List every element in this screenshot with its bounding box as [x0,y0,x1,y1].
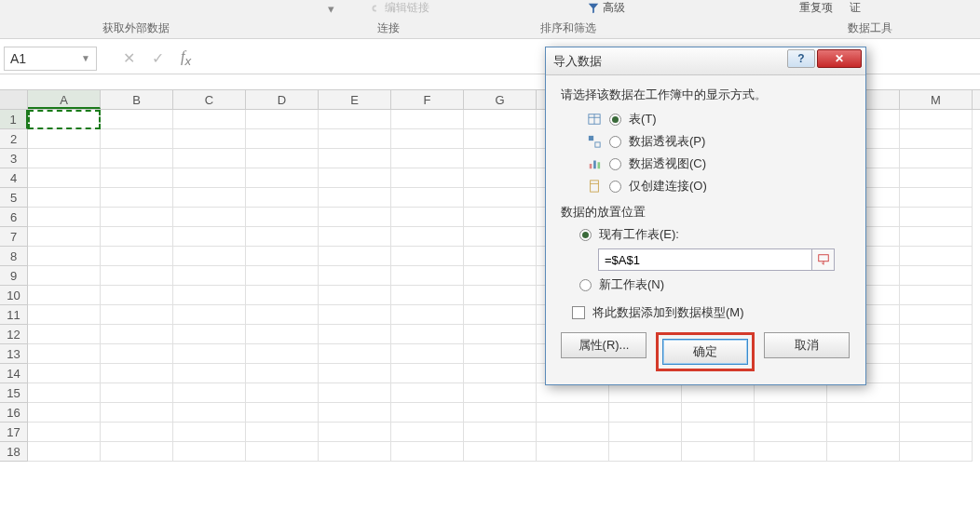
ribbon-btn-valid[interactable]: 证 [850,0,861,16]
cell[interactable] [682,383,755,403]
cell[interactable] [246,149,319,168]
cell[interactable] [319,168,391,188]
cell[interactable] [391,247,464,266]
row-header[interactable]: 9 [0,266,28,286]
cell[interactable] [319,247,391,266]
cell[interactable] [101,110,173,129]
cell-reference-input[interactable] [598,248,812,271]
cell[interactable] [464,325,537,344]
cell[interactable] [319,227,391,247]
cell[interactable] [464,364,537,383]
cell[interactable] [391,266,464,286]
cell[interactable] [101,305,173,325]
cell[interactable] [391,442,464,462]
cell[interactable] [319,208,391,227]
cell[interactable] [900,423,973,442]
cell[interactable] [28,129,101,149]
cell[interactable] [173,110,246,129]
cell[interactable] [101,286,173,305]
cancel-button[interactable]: 取消 [764,332,850,358]
cell[interactable] [464,442,537,462]
cell[interactable] [900,403,973,423]
cell[interactable] [319,305,391,325]
cell[interactable] [246,325,319,344]
cell[interactable] [464,383,537,403]
cell[interactable] [246,305,319,325]
cell[interactable] [28,344,101,364]
row-header[interactable]: 3 [0,149,28,168]
cell[interactable] [101,168,173,188]
radio-table[interactable] [609,114,621,126]
cell[interactable] [900,305,973,325]
ribbon-btn-advanced[interactable]: 高级 [587,0,625,16]
cell[interactable] [464,168,537,188]
close-button[interactable]: ✕ [817,49,862,68]
col-header[interactable]: G [464,90,537,109]
cell[interactable] [173,266,246,286]
cell[interactable] [900,149,973,168]
cell[interactable] [609,383,682,403]
row-header[interactable]: 5 [0,188,28,208]
cell[interactable] [246,364,319,383]
cell[interactable] [319,442,391,462]
col-header[interactable]: D [246,90,319,109]
cell[interactable] [537,442,609,462]
cell[interactable] [755,383,827,403]
cell[interactable] [464,344,537,364]
cell[interactable] [391,110,464,129]
row-header[interactable]: 1 [0,110,28,129]
cell[interactable] [101,344,173,364]
cell[interactable] [391,383,464,403]
cell[interactable] [28,227,101,247]
cell[interactable] [319,188,391,208]
cell[interactable] [28,383,101,403]
cell[interactable] [900,325,973,344]
checkbox-add-to-model[interactable] [572,306,585,319]
row-header[interactable]: 6 [0,208,28,227]
cell[interactable] [246,266,319,286]
cell[interactable] [319,364,391,383]
cell[interactable] [464,423,537,442]
cell[interactable] [900,247,973,266]
cell[interactable] [464,305,537,325]
cell[interactable] [246,227,319,247]
row-header[interactable]: 14 [0,364,28,383]
cell[interactable] [246,247,319,266]
cell[interactable] [246,383,319,403]
cell[interactable] [900,227,973,247]
cell[interactable] [319,423,391,442]
cell[interactable] [28,208,101,227]
row-header[interactable]: 18 [0,442,28,462]
cell[interactable] [173,129,246,149]
cell[interactable] [173,383,246,403]
cell[interactable] [391,208,464,227]
cell[interactable] [900,208,973,227]
cell[interactable] [101,227,173,247]
cell[interactable] [28,325,101,344]
cell[interactable] [319,344,391,364]
cell[interactable] [900,442,973,462]
cell[interactable] [173,168,246,188]
cell[interactable] [464,110,537,129]
cell[interactable] [609,442,682,462]
cell[interactable] [755,403,827,423]
cell[interactable] [101,423,173,442]
row-header[interactable]: 16 [0,403,28,423]
cell[interactable] [319,110,391,129]
cell[interactable] [827,423,900,442]
row-header[interactable]: 7 [0,227,28,247]
cell[interactable] [391,227,464,247]
cell[interactable] [173,305,246,325]
cell[interactable] [464,247,537,266]
row-header[interactable]: 2 [0,129,28,149]
row-header[interactable]: 13 [0,344,28,364]
cell[interactable] [173,286,246,305]
cell[interactable] [173,188,246,208]
cell[interactable] [28,403,101,423]
cell[interactable] [246,286,319,305]
cell[interactable] [28,442,101,462]
cell[interactable] [900,188,973,208]
cell[interactable] [173,325,246,344]
cell[interactable] [173,208,246,227]
cell[interactable] [682,403,755,423]
